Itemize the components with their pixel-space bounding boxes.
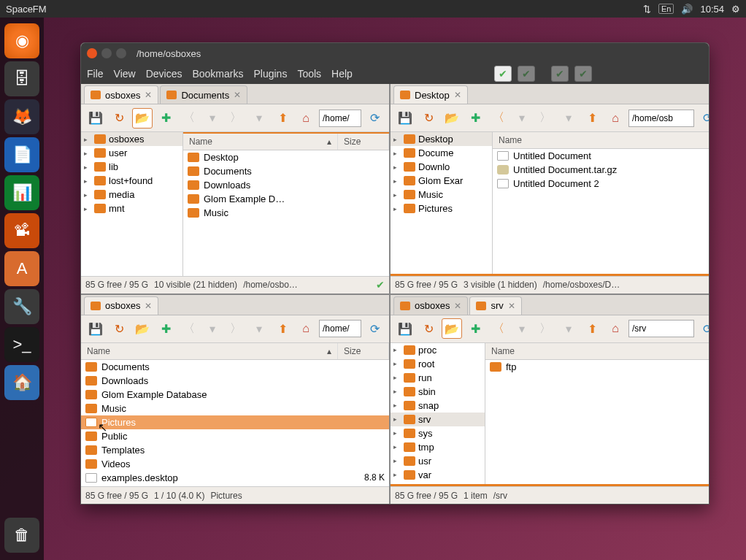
menu-file[interactable]: File [87,68,104,80]
tab-desktop[interactable]: Desktop✕ [393,85,468,104]
tree-row-selected[interactable]: ▸srv [391,413,485,426]
list-item[interactable]: Untitled Document [493,149,710,163]
tree-row[interactable]: ▸user [81,146,182,160]
add-icon[interactable]: ✚ [465,318,485,339]
tree-row[interactable]: ▸snap [391,399,485,413]
status-check-icon[interactable]: ✔ [376,279,385,291]
open-folder-icon[interactable]: 📂 [442,318,462,339]
refresh-icon[interactable]: ↻ [109,318,129,339]
add-icon[interactable]: ✚ [155,108,176,129]
list-item[interactable]: Glom Example Database [81,388,389,402]
list-item[interactable]: Downloads [81,374,389,388]
launcher-calc[interactable]: 📊 [4,175,39,210]
task-check-3[interactable]: ✔ [551,66,569,82]
refresh-icon[interactable]: ↻ [109,108,129,129]
clock[interactable]: 10:54 [700,4,724,15]
launcher-home[interactable]: 🏠 [4,365,39,400]
tab-documents[interactable]: Documents✕ [160,85,247,104]
tree-row[interactable]: ▸run [391,371,485,385]
dropdown-icon[interactable]: ▾ [249,318,269,339]
tree-row[interactable]: ▸osboxes [81,132,182,146]
tab-osboxes[interactable]: osboxes✕ [84,85,158,104]
tree-pane4[interactable]: ▸proc ▸root ▸run ▸sbin ▸snap ▸srv ▸sys ▸… [391,343,485,485]
tree-row[interactable]: ▸Downlo [391,160,492,174]
dropdown-icon[interactable]: ▾ [202,318,223,339]
menu-devices[interactable]: Devices [146,68,182,80]
task-check-1[interactable]: ✔ [494,66,512,82]
tab-osboxes[interactable]: osboxes✕ [84,296,158,315]
list-pane2[interactable]: Name Untitled Document Untitled Document… [493,132,710,274]
dropdown-icon[interactable]: ▾ [249,108,269,129]
tree-row[interactable]: ▸root [391,357,485,371]
list-item[interactable]: Glom Example D… [183,192,389,206]
dropdown-icon[interactable]: ▾ [512,108,532,129]
dropdown-icon[interactable]: ▾ [558,108,579,129]
tree-row[interactable]: ▸lost+found [81,174,182,188]
open-folder-icon[interactable]: 📂 [132,318,153,339]
forward-icon[interactable]: 〉 [535,318,555,339]
list-item[interactable]: Desktop [183,150,389,164]
open-folder-icon[interactable]: 📂 [132,108,153,129]
launcher-settings[interactable]: 🔧 [4,289,39,324]
forward-icon[interactable]: 〉 [226,318,246,339]
launcher-software[interactable]: A [4,251,39,286]
window-close-button[interactable] [87,48,97,58]
launcher-files[interactable]: 🗄 [4,61,39,96]
tree-row[interactable]: ▸Desktop [391,132,492,146]
list-item[interactable]: Videos [81,457,389,471]
dropdown-icon[interactable]: ▾ [558,318,579,339]
forward-icon[interactable]: 〉 [226,108,246,129]
list-item[interactable]: Music [183,206,389,220]
tree-row[interactable]: ▸Pictures [391,202,492,215]
reload-icon[interactable]: ⟳ [697,108,710,129]
back-icon[interactable]: 〈 [488,108,509,129]
tree-row[interactable]: ▸tmp [391,440,485,454]
list-item[interactable]: Downloads [183,178,389,192]
tree-row[interactable]: ▸Docume [391,146,492,160]
home-icon[interactable]: ⌂ [296,318,316,339]
window-minimize-button[interactable] [101,48,112,58]
up-icon[interactable]: ⬆ [582,108,602,129]
tree-pane1[interactable]: ▸osboxes ▸user ▸lib ▸lost+found ▸media ▸… [81,132,183,276]
dropdown-icon[interactable]: ▾ [202,108,223,129]
gear-icon[interactable]: ⚙ [731,4,740,15]
window-titlebar[interactable]: /home/osboxes [81,43,709,64]
launcher-impress[interactable]: 📽 [4,213,39,248]
reload-icon[interactable]: ⟳ [364,318,385,339]
sound-icon[interactable]: 🔊 [681,4,693,15]
launcher-trash[interactable]: 🗑 [4,518,39,553]
launcher-firefox[interactable]: 🦊 [4,99,39,134]
home-icon[interactable]: ⌂ [605,318,626,339]
tree-row[interactable]: ▸Music [391,188,492,202]
reload-icon[interactable]: ⟳ [697,318,710,339]
list-pane3[interactable]: Name▴Size Documents Downloads Glom Examp… [81,343,389,487]
list-item[interactable]: ftp [485,360,710,374]
back-icon[interactable]: 〈 [179,318,199,339]
launcher-terminal[interactable]: >_ [4,327,39,362]
device-icon[interactable]: 💾 [395,318,415,339]
menu-tools[interactable]: Tools [297,68,321,80]
open-folder-icon[interactable]: 📂 [442,108,462,129]
up-icon[interactable]: ⬆ [582,318,602,339]
tree-row[interactable]: ▸mnt [81,202,182,215]
list-item-selected[interactable]: Pictures [81,415,389,429]
tab-osboxes[interactable]: osboxes✕ [393,296,468,315]
list-item[interactable]: Documents [81,360,389,374]
path-input[interactable] [628,320,694,337]
tab-close-icon[interactable]: ✕ [145,90,152,100]
tab-srv[interactable]: srv✕ [469,296,521,315]
menu-bookmarks[interactable]: Bookmarks [192,68,243,80]
language-indicator[interactable]: En [658,4,674,14]
tab-close-icon[interactable]: ✕ [508,301,515,311]
path-input[interactable] [628,110,694,127]
reload-icon[interactable]: ⟳ [364,108,385,129]
path-input[interactable] [319,110,361,127]
task-check-2[interactable]: ✔ [518,66,535,82]
tab-close-icon[interactable]: ✕ [234,90,241,100]
list-item[interactable]: Documents [183,164,389,178]
device-icon[interactable]: 💾 [85,318,106,339]
refresh-icon[interactable]: ↻ [418,318,439,339]
tab-close-icon[interactable]: ✕ [145,301,152,311]
list-item[interactable]: Music [81,402,389,415]
tree-row[interactable]: ▸lib [81,160,182,174]
